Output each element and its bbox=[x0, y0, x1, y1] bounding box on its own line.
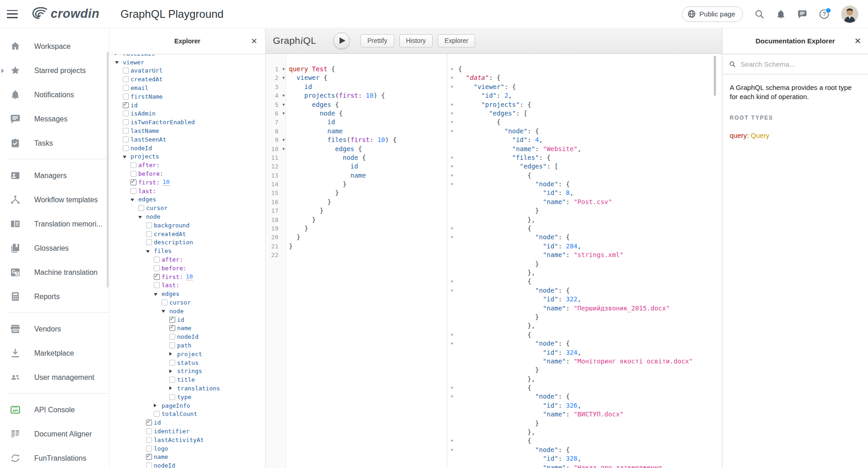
tree-row-last[interactable]: last: bbox=[110, 187, 265, 195]
menu-icon[interactable] bbox=[7, 10, 18, 18]
fold-arrow-icon[interactable]: ▼ bbox=[447, 83, 457, 91]
tree-row-path[interactable]: path bbox=[110, 341, 265, 350]
fold-arrow-icon[interactable]: ▼ bbox=[447, 127, 457, 136]
field-checkbox[interactable] bbox=[146, 222, 152, 228]
field-checkbox[interactable] bbox=[123, 119, 129, 125]
field-checkbox[interactable] bbox=[123, 94, 129, 100]
sidebar-item-machine-translation[interactable]: GMachine translation bbox=[0, 260, 109, 284]
chevron-right-icon[interactable] bbox=[169, 352, 172, 356]
tree-row-id[interactable]: id bbox=[110, 418, 265, 427]
tree-row-edges[interactable]: edges bbox=[110, 195, 265, 204]
field-checkbox[interactable] bbox=[154, 265, 160, 271]
tree-row-avatarurl[interactable]: avatarUrl bbox=[110, 67, 265, 75]
sidebar-item-starred-projects[interactable]: Starred projects bbox=[0, 58, 109, 83]
sidebar-item-reports[interactable]: Reports bbox=[0, 284, 109, 309]
tree-row-type[interactable]: type bbox=[110, 393, 265, 401]
tree-row-cursor[interactable]: cursor bbox=[110, 204, 265, 212]
field-checkbox[interactable] bbox=[123, 68, 129, 74]
tree-row-lastactivityat[interactable]: lastActivityAt bbox=[110, 436, 265, 444]
field-checkbox[interactable] bbox=[162, 300, 167, 305]
field-checkbox[interactable] bbox=[169, 334, 175, 340]
field-checkbox[interactable] bbox=[131, 179, 136, 185]
fold-arrow-icon[interactable]: ▼ bbox=[447, 162, 457, 171]
fold-arrow-icon[interactable]: ▼ bbox=[447, 180, 457, 189]
tree-row-totalcount[interactable]: totalCount bbox=[110, 410, 265, 418]
explorer-button[interactable]: Explorer bbox=[438, 34, 475, 47]
tree-row-ratelimit[interactable]: rateLimit bbox=[110, 54, 265, 58]
field-checkbox[interactable] bbox=[138, 205, 144, 211]
tree-row-firstname[interactable]: firstName bbox=[110, 92, 265, 101]
tree-row-edges[interactable]: edges bbox=[110, 289, 265, 298]
field-checkbox[interactable] bbox=[123, 110, 129, 116]
fold-arrow-icon[interactable]: ▼ bbox=[447, 436, 457, 445]
fold-arrow-icon[interactable]: ▼ bbox=[447, 446, 457, 454]
tree-row-projects[interactable]: projects bbox=[110, 152, 265, 161]
tree-row-translations[interactable]: translations bbox=[110, 384, 265, 393]
chevron-down-icon[interactable] bbox=[123, 156, 126, 158]
tree-row-first[interactable]: first:10 bbox=[110, 178, 265, 187]
prettify-button[interactable]: Prettify bbox=[361, 34, 394, 47]
field-checkbox[interactable] bbox=[131, 162, 136, 168]
field-checkbox[interactable] bbox=[123, 145, 129, 151]
tree-row-files[interactable]: files bbox=[110, 247, 265, 255]
tree-row-nodeid[interactable]: nodeId bbox=[110, 461, 265, 468]
help-icon[interactable]: ? bbox=[819, 9, 830, 20]
fold-arrow-icon[interactable]: ▼ bbox=[280, 65, 288, 74]
field-checkbox[interactable] bbox=[169, 342, 175, 348]
chevron-right-icon[interactable] bbox=[115, 54, 118, 55]
tree-row-strings[interactable]: strings bbox=[110, 367, 265, 375]
fold-arrow-icon[interactable]: ▼ bbox=[280, 145, 288, 153]
chevron-down-icon[interactable] bbox=[115, 61, 119, 64]
tree-row-nodeid[interactable]: nodeId bbox=[110, 144, 265, 152]
sidebar-item-vendors[interactable]: Vendors bbox=[0, 317, 109, 341]
sidebar-item-user-management[interactable]: User management bbox=[0, 365, 109, 389]
fold-arrow-icon[interactable]: ▼ bbox=[447, 153, 457, 162]
search-icon[interactable] bbox=[754, 9, 764, 19]
tree-row-id[interactable]: id bbox=[110, 101, 265, 110]
response-scrollbar-thumb[interactable] bbox=[714, 56, 716, 96]
chevron-right-icon[interactable] bbox=[169, 386, 172, 390]
fold-arrow-icon[interactable]: ▼ bbox=[447, 277, 457, 286]
avatar[interactable] bbox=[841, 5, 858, 23]
field-checkbox[interactable] bbox=[169, 317, 175, 323]
fold-arrow-icon[interactable]: ▼ bbox=[447, 118, 457, 126]
docs-close-icon[interactable]: ✕ bbox=[854, 37, 861, 45]
field-checkbox[interactable] bbox=[146, 239, 152, 245]
sidebar-item-translation-memori[interactable]: Translation memori... bbox=[0, 212, 109, 236]
fold-arrow-icon[interactable]: ▼ bbox=[447, 339, 457, 348]
fold-arrow-icon[interactable]: ▼ bbox=[447, 224, 457, 233]
fold-arrow-icon[interactable]: ▼ bbox=[447, 331, 457, 339]
fold-arrow-icon[interactable]: ▼ bbox=[280, 109, 288, 118]
tree-row-name[interactable]: name bbox=[110, 324, 265, 333]
sidebar-item-glossaries[interactable]: Glossaries bbox=[0, 236, 109, 260]
argument-value-input[interactable]: 10 bbox=[186, 273, 193, 280]
tree-row-last[interactable]: last: bbox=[110, 281, 265, 290]
tree-row-pageinfo[interactable]: pageInfo bbox=[110, 401, 265, 410]
field-checkbox[interactable] bbox=[146, 420, 152, 426]
fold-arrow-icon[interactable]: ▼ bbox=[447, 233, 457, 242]
tree-row-status[interactable]: status bbox=[110, 358, 265, 367]
chevron-down-icon[interactable] bbox=[138, 216, 142, 219]
tree-row-cursor[interactable]: cursor bbox=[110, 298, 265, 307]
history-button[interactable]: History bbox=[399, 34, 433, 47]
public-page-button[interactable]: Public page bbox=[682, 6, 743, 22]
field-checkbox[interactable] bbox=[146, 454, 152, 460]
bell-icon[interactable] bbox=[776, 9, 786, 19]
fold-arrow-icon[interactable]: ▼ bbox=[447, 384, 457, 392]
tree-row-isadmin[interactable]: isAdmin bbox=[110, 110, 265, 118]
sidebar-item-workspace[interactable]: Workspace bbox=[0, 34, 109, 58]
tree-row-createdat[interactable]: createdAt bbox=[110, 230, 265, 238]
chevron-down-icon[interactable] bbox=[131, 199, 134, 201]
sidebar-item-notifications[interactable]: Notifications bbox=[0, 83, 109, 107]
chevron-down-icon[interactable] bbox=[154, 293, 157, 296]
chat-icon[interactable] bbox=[797, 9, 807, 19]
tree-row-node[interactable]: node bbox=[110, 212, 265, 221]
field-checkbox[interactable] bbox=[123, 76, 129, 82]
field-checkbox[interactable] bbox=[154, 282, 160, 288]
crowdin-logo[interactable]: crowdin bbox=[30, 6, 99, 22]
sidebar-item-api-console[interactable]: APIAPI Console bbox=[0, 398, 109, 422]
argument-value-input[interactable]: 10 bbox=[162, 179, 170, 186]
tree-row-viewer[interactable]: viewer bbox=[110, 58, 265, 67]
field-checkbox[interactable] bbox=[169, 394, 175, 400]
explorer-close-icon[interactable]: ✕ bbox=[251, 37, 257, 45]
